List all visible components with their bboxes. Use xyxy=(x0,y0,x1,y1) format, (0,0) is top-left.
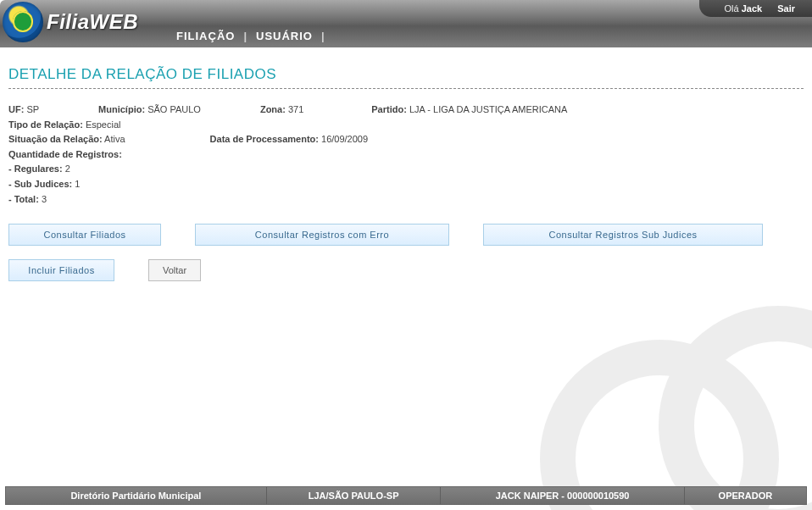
brand: FiliaWEB xyxy=(3,2,138,42)
voltar-button[interactable]: Voltar xyxy=(148,259,201,281)
field-municipio: Município: SÃO PAULO xyxy=(98,103,201,118)
partido-label: Partido: xyxy=(371,104,407,114)
tipo-relacao-label: Tipo de Relação: xyxy=(8,119,83,130)
page-title-wrap: DETALHE DA RELAÇÃO DE FILIADOS xyxy=(0,47,812,103)
svg-point-1 xyxy=(676,324,812,510)
field-partido: Partido: LJA - LIGA DA JUSTIÇA AMERICANA xyxy=(371,103,567,118)
consultar-registros-subjudices-button[interactable]: Consultar Registros Sub Judices xyxy=(483,224,763,246)
footer-party-location: LJA/SÃO PAULO-SP xyxy=(267,487,442,504)
zona-value: 371 xyxy=(288,104,303,114)
regulares-value: 2 xyxy=(65,164,70,174)
tipo-relacao-value: Especial xyxy=(86,119,121,130)
total-value: 3 xyxy=(42,194,47,204)
municipio-value: SÃO PAULO xyxy=(147,104,201,114)
logout-link[interactable]: Sair xyxy=(777,3,795,14)
nav-separator-icon: | xyxy=(320,30,327,42)
partido-value: LJA - LIGA DA JUSTIÇA AMERICANA xyxy=(409,104,567,114)
field-tipo-relacao: Tipo de Relação: Especial xyxy=(8,118,120,133)
uf-label: UF: xyxy=(8,104,24,114)
total-label: - Total: xyxy=(8,194,39,204)
greeting: Olá Jack xyxy=(725,3,763,14)
app-header: FiliaWEB FILIAÇÃO | USUÁRIO | Olá Jack S… xyxy=(0,0,812,47)
field-qtd-registros: Quantidade de Registros: xyxy=(8,147,122,163)
greeting-username: Jack xyxy=(742,3,762,14)
user-bar: Olá Jack Sair xyxy=(699,0,812,17)
footer-directory: Diretório Partidário Municipal xyxy=(6,487,267,504)
background-rings-icon xyxy=(532,264,812,510)
button-row-secondary: Incluir Filiados Voltar xyxy=(0,252,812,288)
page-title: DETALHE DA RELAÇÃO DE FILIADOS xyxy=(8,66,804,83)
field-uf: UF: SP xyxy=(8,103,39,118)
field-data-proc: Data de Processamento: 16/09/2009 xyxy=(210,132,369,147)
brand-title: FiliaWEB xyxy=(47,10,138,34)
municipio-label: Município: xyxy=(98,104,145,114)
uf-value: SP xyxy=(26,104,39,114)
button-row-primary: Consultar Filiados Consultar Registros c… xyxy=(0,207,812,252)
subjudices-value: 1 xyxy=(75,179,80,189)
greeting-prefix: Olá xyxy=(725,3,742,14)
main-nav: FILIAÇÃO | USUÁRIO | xyxy=(170,30,327,42)
consultar-filiados-button[interactable]: Consultar Filiados xyxy=(8,224,161,246)
regulares-label: - Regulares: xyxy=(8,164,63,174)
data-proc-label: Data de Processamento: xyxy=(210,134,319,144)
footer-bar: Diretório Partidário Municipal LJA/SÃO P… xyxy=(5,486,807,505)
situacao-value: Ativa xyxy=(104,134,125,144)
incluir-filiados-button[interactable]: Incluir Filiados xyxy=(8,259,114,281)
situacao-label: Situação da Relação: xyxy=(8,134,103,144)
field-zona: Zona: 371 xyxy=(260,103,303,118)
zona-label: Zona: xyxy=(260,104,286,114)
brand-logo-icon xyxy=(3,2,43,42)
qtd-label: Quantidade de Registros: xyxy=(8,149,122,159)
consultar-registros-erro-button[interactable]: Consultar Registros com Erro xyxy=(195,224,449,246)
footer-role: OPERADOR xyxy=(685,487,806,504)
nav-separator-icon: | xyxy=(242,30,249,42)
field-situacao: Situação da Relação: Ativa xyxy=(8,132,125,147)
title-divider xyxy=(8,88,804,89)
footer-user-id: JACK NAIPER - 000000010590 xyxy=(441,487,684,504)
details-block: UF: SP Município: SÃO PAULO Zona: 371 Pa… xyxy=(0,103,812,207)
data-proc-value: 16/09/2009 xyxy=(321,134,368,144)
nav-usuario[interactable]: USUÁRIO xyxy=(249,30,320,42)
subjudices-label: - Sub Judices: xyxy=(8,179,72,189)
nav-filiacao[interactable]: FILIAÇÃO xyxy=(170,30,242,42)
